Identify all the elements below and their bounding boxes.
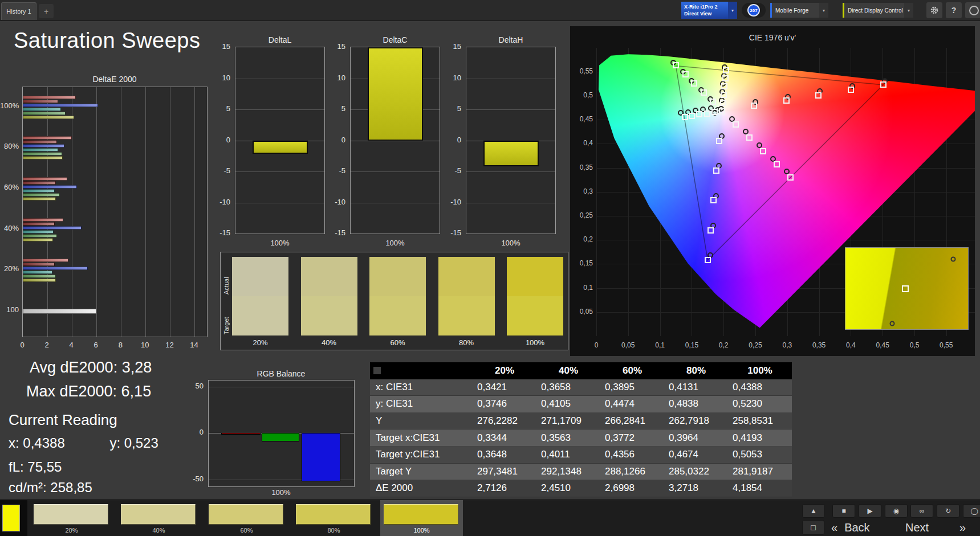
new-tab-button[interactable]: + xyxy=(39,4,54,18)
grid-line xyxy=(351,141,440,141)
patch-label: 60% xyxy=(205,527,288,534)
patch-tile-60%[interactable]: 60% xyxy=(205,500,288,536)
column-header: 20% xyxy=(473,362,536,379)
deltac-x-label: 100% xyxy=(349,239,441,247)
axis-tick-label: 0 xyxy=(443,136,461,145)
next-label: Next xyxy=(905,521,929,534)
axis-tick-label: -5 xyxy=(443,166,461,176)
top-bar: History 1 + X-Rite i1Pro 2 Direct View ▼… xyxy=(0,0,980,21)
eject-button[interactable]: ▲ xyxy=(802,504,825,518)
target-square xyxy=(711,109,718,115)
deltac-chart-title: DeltaC xyxy=(349,35,441,44)
next-chevron-icon: » xyxy=(959,521,966,534)
patch-tile-40%[interactable]: 40% xyxy=(117,500,200,536)
axis-tick-label: 5 xyxy=(327,104,345,114)
deltal-chart xyxy=(235,47,325,234)
patch-tile-100%[interactable]: 100% xyxy=(380,500,463,536)
swatch-label: 60% xyxy=(369,338,426,347)
grid-line xyxy=(145,87,146,337)
chevron-down-icon[interactable]: ▼ xyxy=(819,3,828,18)
meter-selector[interactable]: X-Rite i1Pro 2 Direct View xyxy=(681,2,728,19)
deltae-bar xyxy=(23,104,98,107)
back-button[interactable]: « Back xyxy=(828,519,896,536)
axis-tick-label: 20% xyxy=(0,264,19,274)
axis-tick-label: -10 xyxy=(327,198,345,207)
deltae-bar xyxy=(23,230,54,234)
settings-button[interactable] xyxy=(926,2,942,18)
cell-value: 0,3964 xyxy=(664,429,728,447)
deltae-bar xyxy=(23,156,63,159)
cell-value: 0,3344 xyxy=(473,429,536,447)
actual-target-swatch-panel: Actual Target 20%40%60%80%100% xyxy=(220,252,568,350)
bottom-patch-bar: □ « Back Next » 20%40%60%80%100%▲■▶◉∞↻◯ xyxy=(0,500,980,536)
current-fl-value: fL: 75,55 xyxy=(9,459,62,475)
record-button[interactable]: ◉ xyxy=(885,504,908,518)
axis-tick-label: 0,35 xyxy=(807,341,832,350)
actual-swatch xyxy=(301,257,357,296)
deltae-bar xyxy=(23,185,77,189)
cell-value: 285,0322 xyxy=(664,464,728,481)
stop-measure-button[interactable]: □ xyxy=(802,520,824,535)
target-square xyxy=(880,81,887,88)
actual-swatch xyxy=(232,257,288,296)
deltah-chart-title: DeltaH xyxy=(465,35,556,44)
grid-line xyxy=(466,109,555,110)
target-swatch xyxy=(232,296,288,335)
cie-diagram-panel: CIE 1976 u'v' 00,050,10,150,20,250,30,35… xyxy=(570,26,975,356)
tab-history-1[interactable]: History 1 xyxy=(1,2,36,20)
target-square xyxy=(689,113,695,119)
inset-measured-circle xyxy=(951,257,956,262)
target-square xyxy=(716,138,722,144)
target-square xyxy=(721,83,727,89)
partial-icon: ◯ xyxy=(970,507,978,515)
stop-button[interactable]: ■ xyxy=(832,504,855,518)
display-control-selector[interactable]: Direct Display Control xyxy=(843,3,904,18)
grid-line xyxy=(235,203,324,203)
axis-tick-label: 6 xyxy=(88,341,104,350)
patch-swatch xyxy=(384,504,458,525)
patch-tile-80%[interactable]: 80% xyxy=(292,500,375,536)
cell-value: 4,1854 xyxy=(728,480,792,497)
help-button[interactable]: ? xyxy=(946,2,962,18)
deltae-bar xyxy=(23,218,63,222)
deltal-x-label: 100% xyxy=(234,239,326,247)
axis-tick-label: 10 xyxy=(443,73,461,83)
cell-value: 288,1266 xyxy=(600,464,664,481)
refresh-button[interactable]: ↻ xyxy=(937,504,959,518)
deltae2000-chart-title: DeltaE 2000 xyxy=(52,75,177,84)
partial-toolbar-button[interactable] xyxy=(965,2,980,18)
delta-bar xyxy=(483,141,539,167)
inset-measured-circle xyxy=(889,321,894,326)
grid-line xyxy=(235,79,324,79)
refresh-icon: ↻ xyxy=(945,507,951,515)
deltae-bar xyxy=(23,275,56,278)
deltae-bar xyxy=(23,100,58,103)
partial-button[interactable]: ◯ xyxy=(963,504,980,518)
play-button[interactable]: ▶ xyxy=(859,504,881,518)
target-square xyxy=(691,80,697,87)
axis-tick-label: 0 xyxy=(183,428,204,437)
axis-tick-label: 14 xyxy=(186,341,202,350)
next-button[interactable]: Next » xyxy=(902,519,969,536)
target-square xyxy=(815,92,822,99)
axis-tick-label: 0,5 xyxy=(902,341,927,350)
axis-tick-label: 2 xyxy=(39,341,55,350)
source-selector[interactable]: Mobile Forge xyxy=(770,3,819,18)
target-square xyxy=(720,100,726,106)
max-de2000-value: Max dE2000: 6,15 xyxy=(26,383,151,400)
axis-tick-label: 0,25 xyxy=(743,341,768,350)
patch-tile-20%[interactable]: 20% xyxy=(30,500,113,536)
patch-swatch xyxy=(121,504,196,525)
loop-button[interactable]: ∞ xyxy=(910,504,933,518)
patch-label: 100% xyxy=(380,527,463,534)
measured-circle xyxy=(757,142,762,148)
chevron-down-icon[interactable]: ▼ xyxy=(904,3,913,18)
deltae-bar xyxy=(23,181,56,185)
axis-tick-label: 0,3 xyxy=(775,341,800,350)
chevron-down-icon[interactable]: ▼ xyxy=(728,2,737,19)
delta-bar xyxy=(253,141,308,154)
target-swatch xyxy=(369,296,426,335)
deltae-bar xyxy=(23,108,61,111)
row-label: Target y:CIE31 xyxy=(370,447,473,464)
cell-value: 266,2841 xyxy=(600,413,664,430)
